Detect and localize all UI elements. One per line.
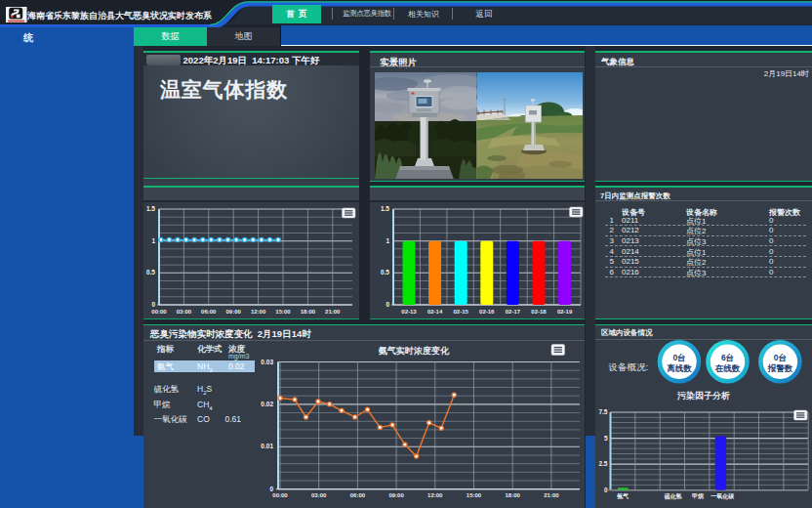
svg-text:0台: 0台 [774, 353, 787, 362]
svg-text:06:00: 06:00 [201, 309, 217, 315]
svg-text:0台: 0台 [672, 353, 685, 362]
svg-text:06:00: 06:00 [350, 492, 366, 498]
svg-text:0.5: 0.5 [381, 269, 389, 275]
svg-text:0: 0 [386, 301, 389, 308]
svg-text:02-13: 02-13 [401, 309, 417, 315]
svg-text:0: 0 [269, 486, 273, 492]
svg-text:7.5: 7.5 [598, 408, 607, 415]
svg-text:02-19: 02-19 [557, 309, 573, 315]
svg-text:0: 0 [151, 301, 155, 308]
svg-text:02-14: 02-14 [427, 309, 443, 315]
svg-text:12:00: 12:00 [251, 309, 266, 315]
svg-text:03:00: 03:00 [311, 492, 327, 498]
svg-text:氨气实时浓度变化: 氨气实时浓度变化 [378, 345, 450, 356]
svg-text:02-15: 02-15 [454, 309, 469, 315]
svg-text:12:00: 12:00 [427, 492, 443, 498]
svg-text:0.5: 0.5 [146, 269, 155, 275]
svg-text:甲烷: 甲烷 [692, 492, 704, 499]
svg-text:02-17: 02-17 [506, 309, 521, 315]
svg-text:03:00: 03:00 [177, 309, 192, 315]
svg-text:0.01: 0.01 [261, 443, 273, 449]
svg-text:设备概况:: 设备概况: [608, 361, 649, 372]
svg-text:21:00: 21:00 [544, 492, 559, 498]
svg-text:6台: 6台 [721, 353, 734, 362]
svg-text:00:00: 00:00 [151, 309, 167, 315]
svg-text:0.02: 0.02 [261, 401, 273, 407]
svg-text:5: 5 [604, 435, 608, 442]
svg-text:02-18: 02-18 [531, 309, 547, 315]
svg-text:1: 1 [151, 237, 155, 244]
svg-text:09:00: 09:00 [226, 309, 242, 315]
svg-text:污染因子分析: 污染因子分析 [676, 391, 730, 401]
svg-text:02-16: 02-16 [479, 309, 495, 315]
svg-text:1.5: 1.5 [381, 205, 389, 212]
svg-text:0: 0 [604, 487, 608, 493]
svg-text:21:00: 21:00 [325, 309, 341, 315]
svg-text:1.5: 1.5 [146, 205, 155, 212]
svg-text:15:00: 15:00 [467, 492, 482, 498]
svg-text:00:00: 00:00 [272, 492, 288, 498]
svg-text:0.03: 0.03 [261, 359, 273, 365]
svg-text:2.5: 2.5 [598, 460, 607, 467]
svg-text:1: 1 [386, 237, 389, 244]
svg-text:09:00: 09:00 [388, 492, 404, 498]
svg-text:在线数: 在线数 [714, 363, 741, 373]
svg-text:15:00: 15:00 [275, 309, 291, 315]
svg-text:18:00: 18:00 [301, 309, 316, 315]
svg-text:氨气: 氨气 [616, 492, 629, 499]
svg-text:一氧化碳: 一氧化碳 [710, 492, 735, 500]
svg-text:18:00: 18:00 [506, 492, 521, 498]
svg-text:离线数: 离线数 [667, 363, 692, 373]
svg-text:报警数: 报警数 [767, 363, 793, 373]
svg-text:硫化氢: 硫化氢 [664, 492, 682, 500]
